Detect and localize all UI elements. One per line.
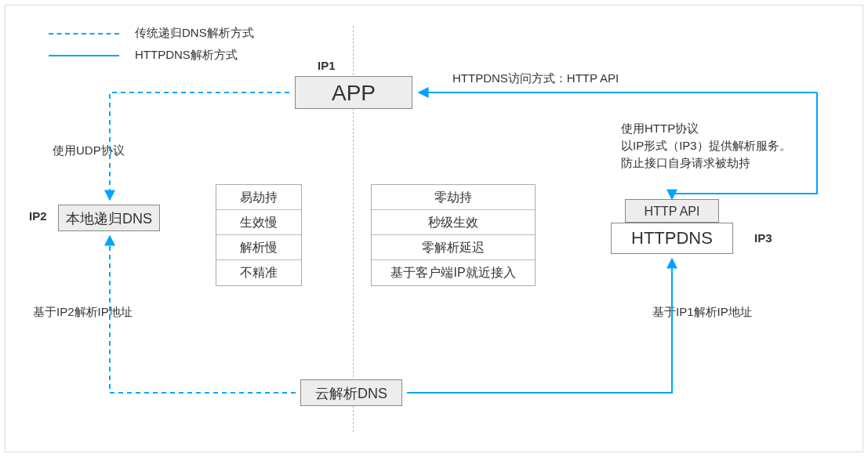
traditional-item-3: 不精准 (216, 260, 301, 285)
ip1-tag: IP1 (318, 59, 336, 72)
traditional-item-1: 生效慢 (216, 210, 301, 235)
legend-solid-line (49, 55, 119, 56)
local-dns-node: 本地递归DNS (58, 205, 160, 231)
annotation-right-line1: 使用HTTP协议 (621, 122, 699, 136)
diagram-frame: 传统递归DNS解析方式 HTTPDNS解析方式 IP1 APP IP2 本地递归… (5, 5, 863, 452)
httpdns-node: HTTPDNS (611, 223, 733, 254)
legend-dashed-line (49, 33, 119, 34)
httpdns-item-1: 秒级生效 (372, 210, 535, 235)
traditional-item-2: 解析慢 (216, 235, 301, 260)
annotation-right-line3: 防止接口自身请求被劫持 (621, 156, 750, 171)
ip3-tag: IP3 (754, 231, 772, 245)
httpdns-item-3: 基于客户端IP就近接入 (372, 260, 535, 285)
cloud-dns-node: 云解析DNS (300, 379, 402, 406)
traditional-item-0: 易劫持 (216, 185, 301, 210)
httpdns-item-2: 零解析延迟 (372, 235, 535, 260)
annotation-bottom-left: 基于IP2解析IP地址 (33, 305, 133, 320)
legend-solid-label: HTTPDNS解析方式 (135, 48, 238, 63)
annotation-bottom-right: 基于IP1解析IP地址 (652, 305, 752, 320)
annotation-right-line2: 以IP形式（IP3）提供解析服务。 (621, 139, 791, 154)
annotation-top-right: HTTPDNS访问方式：HTTP API (452, 71, 619, 86)
httpdns-list: 零劫持 秒级生效 零解析延迟 基于客户端IP就近接入 (371, 184, 536, 286)
ip2-tag: IP2 (29, 209, 47, 223)
http-api-node: HTTP API (625, 199, 719, 223)
app-node: APP (295, 76, 412, 109)
legend-dashed-label: 传统递归DNS解析方式 (135, 26, 254, 41)
httpdns-item-0: 零劫持 (372, 185, 535, 210)
traditional-list: 易劫持 生效慢 解析慢 不精准 (216, 184, 302, 286)
annotation-left-udp: 使用UDP协议 (53, 143, 125, 158)
